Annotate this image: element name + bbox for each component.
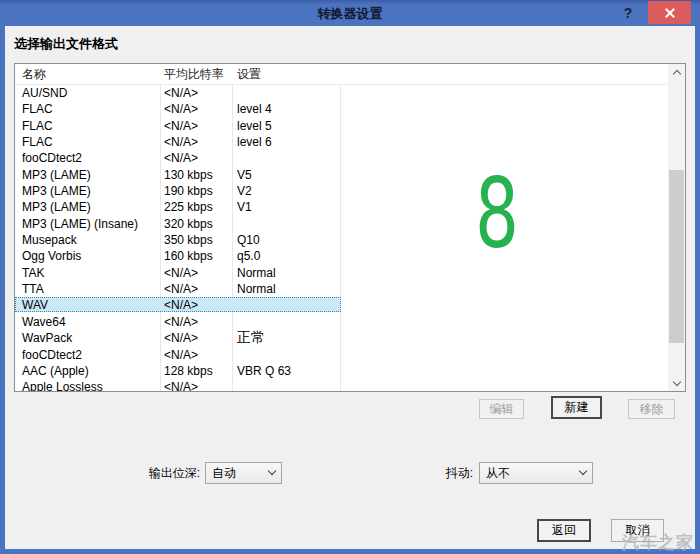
settings-cell — [232, 216, 382, 232]
settings-cell: VBR Q 63 — [232, 363, 382, 379]
bitrate-cell: <N/A> — [160, 134, 232, 150]
dither-select[interactable]: 从不 — [479, 462, 593, 484]
window-title: 转换器设置 — [0, 5, 700, 23]
bitrate-cell: <N/A> — [160, 297, 232, 313]
settings-cell: Normal — [232, 265, 382, 281]
page-title: 选择输出文件格式 — [14, 35, 118, 53]
format-list-rows: AU/SND<N/A>FLAC<N/A>level 4FLAC<N/A>leve… — [15, 85, 668, 391]
settings-cell — [232, 379, 382, 391]
settings-cell: V1 — [232, 199, 382, 215]
format-name-cell: FLAC — [15, 101, 160, 117]
scroll-down-icon[interactable] — [668, 374, 685, 391]
help-button[interactable]: ? — [618, 3, 638, 23]
bitrate-cell: <N/A> — [160, 330, 232, 346]
new-button[interactable]: 新建 — [551, 396, 602, 419]
format-name-cell: fooCDtect2 — [15, 347, 160, 363]
vertical-scrollbar[interactable] — [668, 64, 685, 391]
table-row[interactable]: TAK<N/A>Normal — [15, 265, 668, 281]
bitrate-cell: 130 kbps — [160, 167, 232, 183]
remove-button[interactable]: 移除 — [628, 399, 675, 419]
list-header: 名称 平均比特率 设置 — [15, 64, 668, 85]
table-row[interactable]: TTA<N/A>Normal — [15, 281, 668, 297]
scroll-up-icon[interactable] — [668, 64, 685, 81]
cancel-button[interactable]: 取消 — [611, 519, 664, 542]
table-row[interactable]: MP3 (LAME)130 kbpsV5 — [15, 167, 668, 183]
table-row[interactable]: FLAC<N/A>level 4 — [15, 101, 668, 117]
settings-cell — [232, 347, 382, 363]
dialog-client-area: 选择输出文件格式 名称 平均比特率 设置 AU/SND<N/A>FLAC<N/A… — [5, 26, 695, 549]
settings-cell: V5 — [232, 167, 382, 183]
chevron-down-icon — [269, 470, 275, 474]
table-row[interactable]: WavPack<N/A>正常 — [15, 330, 668, 346]
column-header-name[interactable]: 名称 — [15, 64, 160, 84]
settings-cell — [232, 85, 382, 101]
settings-cell: Q10 — [232, 232, 382, 248]
converter-settings-dialog: 转换器设置 ? 选择输出文件格式 名称 平均比特率 设置 AU/SND<N/A>… — [0, 0, 700, 554]
close-icon — [663, 6, 676, 19]
bitrate-cell: 128 kbps — [160, 363, 232, 379]
table-row[interactable]: AU/SND<N/A> — [15, 85, 668, 101]
settings-cell: level 5 — [232, 118, 382, 134]
table-row[interactable]: Musepack350 kbpsQ10 — [15, 232, 668, 248]
settings-cell: q5.0 — [232, 248, 382, 264]
table-row[interactable]: Wave64<N/A> — [15, 314, 668, 330]
settings-cell: level 4 — [232, 101, 382, 117]
table-row[interactable]: Ogg Vorbis160 kbpsq5.0 — [15, 248, 668, 264]
dither-value: 从不 — [486, 465, 510, 482]
format-name-cell: AAC (Apple) — [15, 363, 160, 379]
chevron-up-icon — [672, 70, 680, 78]
output-depth-value: 自动 — [212, 465, 236, 482]
bitrate-cell: 160 kbps — [160, 248, 232, 264]
format-name-cell: WAV — [15, 297, 160, 313]
table-row[interactable]: fooCDtect2<N/A> — [15, 150, 668, 166]
table-row[interactable]: Apple Lossless<N/A> — [15, 379, 668, 391]
table-row[interactable]: MP3 (LAME) (Insane)320 kbps — [15, 216, 668, 232]
format-name-cell: TAK — [15, 265, 160, 281]
format-name-cell: FLAC — [15, 118, 160, 134]
format-name-cell: Wave64 — [15, 314, 160, 330]
output-depth-label: 输出位深: — [100, 462, 200, 484]
edit-button[interactable]: 编辑 — [479, 399, 524, 419]
table-row[interactable]: fooCDtect2<N/A> — [15, 347, 668, 363]
table-row[interactable]: FLAC<N/A>level 5 — [15, 118, 668, 134]
output-depth-select[interactable]: 自动 — [205, 462, 282, 484]
table-row[interactable]: FLAC<N/A>level 6 — [15, 134, 668, 150]
bitrate-cell: <N/A> — [160, 101, 232, 117]
bitrate-cell: 320 kbps — [160, 216, 232, 232]
settings-cell: level 6 — [232, 134, 382, 150]
settings-cell — [232, 297, 382, 313]
format-name-cell: FLAC — [15, 134, 160, 150]
table-row[interactable]: AAC (Apple)128 kbpsVBR Q 63 — [15, 363, 668, 379]
column-header-settings[interactable]: 设置 — [232, 64, 382, 84]
format-name-cell: TTA — [15, 281, 160, 297]
chevron-down-icon — [672, 377, 680, 385]
settings-cell: Normal — [232, 281, 382, 297]
settings-cell: V2 — [232, 183, 382, 199]
format-name-cell: Musepack — [15, 232, 160, 248]
table-row[interactable]: MP3 (LAME)225 kbpsV1 — [15, 199, 668, 215]
column-header-bitrate[interactable]: 平均比特率 — [160, 64, 232, 84]
format-name-cell: fooCDtect2 — [15, 150, 160, 166]
back-button[interactable]: 返回 — [537, 519, 591, 542]
chevron-down-icon — [580, 470, 586, 474]
table-row[interactable]: MP3 (LAME)190 kbpsV2 — [15, 183, 668, 199]
format-name-cell: MP3 (LAME) (Insane) — [15, 216, 160, 232]
bitrate-cell: 350 kbps — [160, 232, 232, 248]
table-row[interactable]: WAV<N/A> — [15, 297, 668, 313]
bitrate-cell: <N/A> — [160, 314, 232, 330]
format-name-cell: Apple Lossless — [15, 379, 160, 391]
format-name-cell: MP3 (LAME) — [15, 183, 160, 199]
bitrate-cell: 225 kbps — [160, 199, 232, 215]
format-list[interactable]: 名称 平均比特率 设置 AU/SND<N/A>FLAC<N/A>level 4F… — [14, 63, 686, 392]
bitrate-cell: <N/A> — [160, 85, 232, 101]
close-button[interactable] — [648, 1, 691, 24]
settings-cell — [232, 314, 382, 330]
bitrate-cell: <N/A> — [160, 118, 232, 134]
settings-cell: 正常 — [232, 330, 382, 346]
dither-label: 抖动: — [400, 462, 473, 484]
titlebar[interactable]: 转换器设置 ? — [0, 0, 700, 26]
format-name-cell: Ogg Vorbis — [15, 248, 160, 264]
format-name-cell: MP3 (LAME) — [15, 167, 160, 183]
bitrate-cell: <N/A> — [160, 347, 232, 363]
scrollbar-thumb[interactable] — [669, 170, 684, 343]
